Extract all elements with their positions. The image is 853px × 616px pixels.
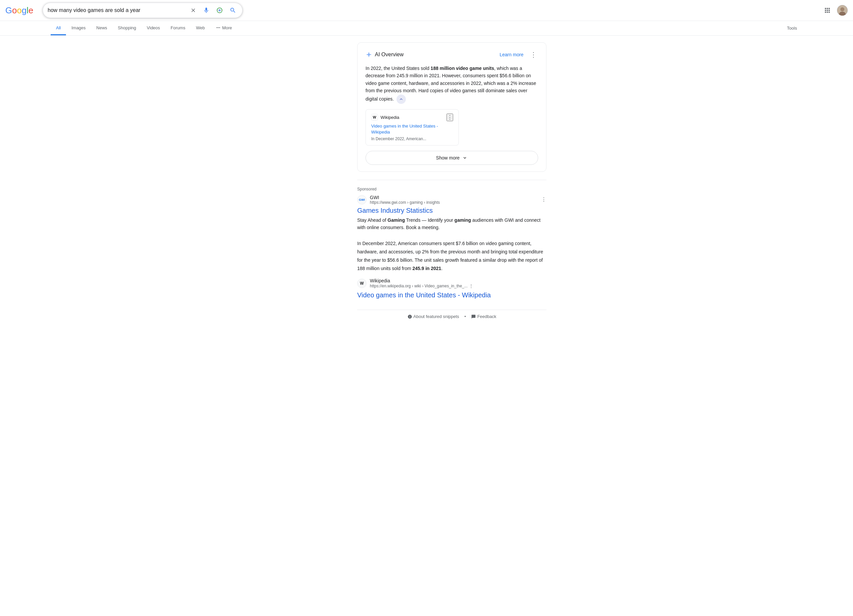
ai-overview-actions: Learn more ⋮ bbox=[497, 49, 538, 60]
wikipedia-logo: W bbox=[371, 114, 378, 121]
wikipedia-source-card: W Wikipedia ⋮ Video games in the United … bbox=[366, 109, 459, 145]
chevron-up-icon bbox=[399, 97, 404, 102]
tab-forums[interactable]: Forums bbox=[165, 21, 191, 35]
header-right bbox=[822, 5, 848, 16]
wiki-card-snippet: In December 2022, American... bbox=[371, 136, 453, 141]
tab-all[interactable]: All bbox=[51, 21, 66, 35]
search-bar: how many video games are sold a year bbox=[42, 3, 243, 18]
ad-title-link[interactable]: Games Industry Statistics bbox=[357, 207, 546, 215]
apps-button[interactable] bbox=[822, 5, 833, 16]
search-icon-group bbox=[189, 6, 238, 15]
header: Google how many video games are sold a y… bbox=[0, 0, 853, 21]
svg-point-2 bbox=[219, 9, 221, 12]
more-dots-icon bbox=[216, 25, 221, 30]
tab-shopping[interactable]: Shopping bbox=[112, 21, 142, 35]
voice-search-button[interactable] bbox=[202, 6, 211, 15]
tab-videos[interactable]: Videos bbox=[142, 21, 165, 35]
google-logo: Google bbox=[5, 5, 36, 15]
feedback-link[interactable]: Feedback bbox=[471, 314, 496, 319]
svg-point-4 bbox=[840, 7, 844, 11]
ad-block: GWI GWI https://www.gwi.com › gaming › i… bbox=[357, 195, 546, 232]
about-featured-snippets-link[interactable]: About featured snippets bbox=[408, 314, 459, 319]
wiki-card-header: W Wikipedia ⋮ bbox=[371, 114, 453, 121]
result-title-link[interactable]: Video games in the United States - Wikip… bbox=[357, 291, 546, 299]
main-content: AI Overview Learn more ⋮ In 2022, the Un… bbox=[307, 36, 546, 336]
result-source: W Wikipedia https://en.wikipedia.org › w… bbox=[357, 278, 546, 289]
result-body-text: In December 2022, American consumers spe… bbox=[357, 239, 546, 273]
clear-search-button[interactable] bbox=[189, 6, 197, 15]
organic-result: In December 2022, American consumers spe… bbox=[357, 239, 546, 299]
chevron-down-icon bbox=[462, 155, 467, 160]
ad-more-button[interactable]: ⋮ bbox=[541, 197, 546, 203]
wikipedia-result-logo: W bbox=[357, 279, 367, 288]
info-icon bbox=[408, 314, 412, 319]
lens-search-button[interactable] bbox=[215, 6, 224, 15]
google-logo-link[interactable]: Google bbox=[5, 5, 36, 15]
apps-grid-icon bbox=[824, 7, 831, 14]
ai-overview-more-button[interactable]: ⋮ bbox=[529, 49, 538, 60]
ad-header: GWI GWI https://www.gwi.com › gaming › i… bbox=[357, 195, 546, 205]
clear-icon bbox=[190, 7, 196, 13]
tools-button[interactable]: Tools bbox=[782, 22, 802, 35]
search-icon bbox=[229, 7, 236, 14]
ai-overview-title: AI Overview bbox=[366, 51, 404, 58]
microphone-icon bbox=[203, 7, 209, 14]
tab-news[interactable]: News bbox=[91, 21, 112, 35]
tab-images[interactable]: Images bbox=[66, 21, 91, 35]
ai-sparkle-icon bbox=[366, 51, 372, 58]
user-avatar[interactable] bbox=[837, 5, 848, 16]
ai-overview-text: In 2022, the United States sold 188 mill… bbox=[366, 65, 538, 104]
ai-overview-header: AI Overview Learn more ⋮ bbox=[366, 49, 538, 60]
sponsored-label: Sponsored bbox=[357, 187, 546, 191]
tab-web[interactable]: Web bbox=[191, 21, 210, 35]
result-meta: Wikipedia https://en.wikipedia.org › wik… bbox=[370, 278, 474, 289]
tab-more[interactable]: More bbox=[210, 21, 238, 35]
search-wrapper: how many video games are sold a year bbox=[42, 3, 243, 18]
wiki-card-title[interactable]: Video games in the United States - Wikip… bbox=[371, 123, 453, 135]
search-submit-button[interactable] bbox=[228, 6, 238, 15]
gwi-logo: GWI bbox=[357, 195, 367, 204]
divider-1 bbox=[357, 180, 546, 180]
result-more-button[interactable]: ⋮ bbox=[469, 283, 474, 289]
nav-tabs: All Images News Shopping Videos Forums W… bbox=[0, 21, 853, 36]
ad-meta: GWI https://www.gwi.com › gaming › insig… bbox=[370, 195, 440, 205]
svg-text:Google: Google bbox=[5, 5, 33, 15]
ai-overview-card: AI Overview Learn more ⋮ In 2022, the Un… bbox=[357, 42, 546, 172]
feedback-icon bbox=[471, 314, 476, 319]
result-url-row: https://en.wikipedia.org › wiki › Video_… bbox=[370, 283, 474, 289]
avatar-image bbox=[837, 5, 848, 16]
ai-collapse-button[interactable] bbox=[396, 95, 406, 104]
wiki-card-more-button[interactable]: ⋮ bbox=[446, 114, 453, 121]
lens-icon bbox=[216, 7, 223, 14]
footer-snippets-bar: About featured snippets • Feedback bbox=[357, 310, 546, 323]
ad-description: Stay Ahead of Gaming Trends — Identify y… bbox=[357, 216, 546, 232]
learn-more-button[interactable]: Learn more bbox=[497, 51, 526, 59]
search-input[interactable]: how many video games are sold a year bbox=[48, 7, 189, 13]
show-more-button[interactable]: Show more bbox=[366, 151, 538, 165]
sponsored-section: Sponsored GWI GWI https://www.gwi.com › … bbox=[357, 187, 546, 232]
